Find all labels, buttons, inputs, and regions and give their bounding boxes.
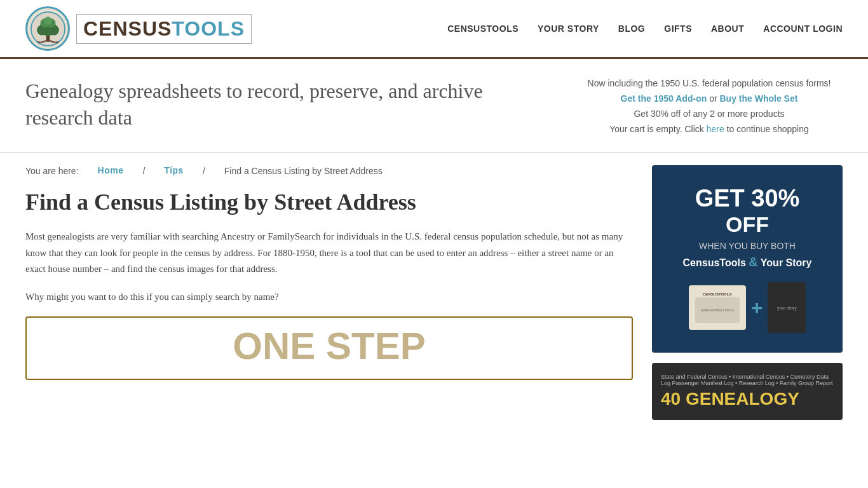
hero-left: Genealogy spreadsheets to record, preser… bbox=[25, 78, 576, 139]
nav-account-login[interactable]: ACCOUNT LOGIN bbox=[763, 24, 843, 34]
product-censustools: CENSUSTOOLS SPREADSHEET PACK bbox=[689, 285, 746, 330]
ad-when-text: WHEN YOU BUY BOTH bbox=[699, 241, 796, 251]
article-title: Find a Census Listing by Street Address bbox=[25, 189, 633, 216]
breadcrumb: You are here: Home / Tips / Find a Censu… bbox=[25, 165, 633, 176]
nav-gifts[interactable]: GIFTS bbox=[664, 24, 692, 34]
whole-set-link[interactable]: Buy the Whole Set bbox=[719, 93, 797, 104]
article-paragraph-2: Why might you want to do this if you can… bbox=[25, 289, 633, 306]
addon-link[interactable]: Get the 1950 Add-on bbox=[621, 93, 707, 104]
breadcrumb-home[interactable]: Home bbox=[98, 165, 124, 176]
product-your-story: your story bbox=[768, 282, 806, 333]
logo-tools-text: TOOLS bbox=[172, 17, 245, 40]
nav-censustools[interactable]: CENSUSTOOLS bbox=[447, 24, 519, 34]
ad-products: CENSUSTOOLS SPREADSHEET PACK + your stor… bbox=[689, 282, 806, 333]
cart-link[interactable]: here bbox=[707, 124, 724, 134]
main-nav: CENSUSTOOLS YOUR STORY BLOG GIFTS ABOUT … bbox=[447, 24, 843, 34]
breadcrumb-tips[interactable]: Tips bbox=[164, 165, 184, 176]
discount-text: Get 30% off of any 2 or more products bbox=[576, 109, 843, 119]
nav-about[interactable]: ABOUT bbox=[711, 24, 744, 34]
box-preview-text: ONE STEP bbox=[39, 324, 619, 368]
hero-right: Now including the 1950 U.S. federal popu… bbox=[576, 78, 843, 139]
announcement-text: Now including the 1950 U.S. federal popu… bbox=[576, 78, 843, 88]
breadcrumb-current: Find a Census Listing by Street Address bbox=[224, 166, 383, 176]
cart-status: Your cart is empty. Click here to contin… bbox=[576, 124, 843, 134]
article-body: Most genealogists are very familiar with… bbox=[25, 229, 633, 305]
article: Find a Census Listing by Street Address … bbox=[25, 189, 633, 380]
plus-icon: + bbox=[751, 296, 763, 320]
ad-30off[interactable]: GET 30% OFF WHEN YOU BUY BOTH CensusTool… bbox=[652, 165, 843, 353]
breadcrumb-prefix: You are here: bbox=[25, 166, 79, 176]
ad-geo-big-text: 40 GENEALOGY bbox=[661, 389, 834, 409]
ad-off-text: OFF bbox=[726, 212, 769, 237]
sidebar: GET 30% OFF WHEN YOU BUY BOTH CensusTool… bbox=[652, 165, 843, 430]
article-paragraph-1: Most genealogists are very familiar with… bbox=[25, 229, 633, 278]
ad-genealogy[interactable]: State and Federal Census • International… bbox=[652, 363, 843, 420]
nav-your-story[interactable]: YOUR STORY bbox=[538, 24, 599, 34]
logo-area: CENSUSTOOLS bbox=[25, 6, 252, 51]
hero-title: Genealogy spreadsheets to record, preser… bbox=[25, 78, 550, 131]
ad-30off-big: GET 30% bbox=[695, 185, 800, 212]
svg-point-7 bbox=[44, 17, 52, 25]
product-links: Get the 1950 Add-on or Buy the Whole Set bbox=[576, 93, 843, 104]
content-wrapper: You are here: Home / Tips / Find a Censu… bbox=[0, 152, 868, 443]
article-box-preview: ONE STEP bbox=[25, 316, 633, 380]
logo-text-box: CENSUSTOOLS bbox=[76, 14, 252, 44]
logo-icon bbox=[25, 6, 70, 51]
nav-blog[interactable]: BLOG bbox=[618, 24, 645, 34]
main-content: You are here: Home / Tips / Find a Censu… bbox=[25, 165, 633, 430]
ad-geo-top-text: State and Federal Census • International… bbox=[661, 374, 834, 386]
site-header: CENSUSTOOLS CENSUSTOOLS YOUR STORY BLOG … bbox=[0, 0, 868, 59]
logo-census-text: CENSUS bbox=[83, 17, 172, 40]
hero-section: Genealogy spreadsheets to record, preser… bbox=[0, 59, 868, 152]
ad-brands: CensusTools & Your Story bbox=[683, 255, 812, 269]
